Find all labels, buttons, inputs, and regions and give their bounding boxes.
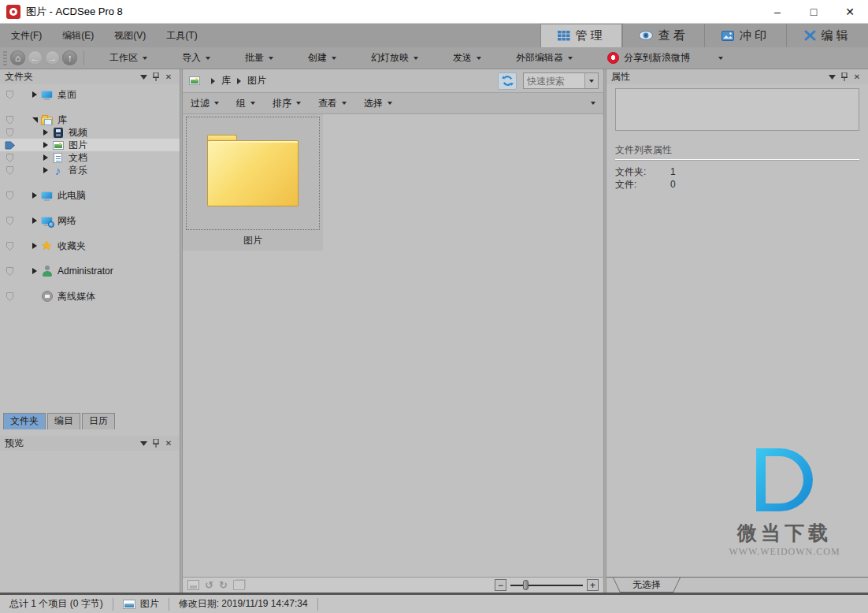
tab-print[interactable]: 冲印 xyxy=(704,24,786,47)
thumbnail-zoom-control: − + xyxy=(495,579,599,591)
expander-icon[interactable] xyxy=(29,91,40,98)
sort-menu-button[interactable]: 排序 xyxy=(273,97,301,110)
zoom-in-button[interactable]: + xyxy=(587,579,599,591)
close-button[interactable]: ✕ xyxy=(832,0,868,23)
send-menu-button[interactable]: 发送 xyxy=(436,51,499,65)
toolbar-grip[interactable] xyxy=(3,51,7,65)
refresh-button[interactable] xyxy=(498,72,517,90)
tree-item-documents[interactable]: 文档 xyxy=(0,151,180,164)
quick-select-icon[interactable] xyxy=(5,128,15,138)
chevron-down-icon xyxy=(477,57,481,60)
quick-search-box xyxy=(523,72,599,89)
group-menu-button[interactable]: 组 xyxy=(236,97,255,110)
expander-icon[interactable] xyxy=(29,117,40,123)
tree-item-administrator[interactable]: Administrator xyxy=(0,265,180,277)
panel-close-icon[interactable]: ✕ xyxy=(851,72,863,81)
home-button[interactable]: ⌂ xyxy=(10,50,25,65)
panel-menu-chevron-icon[interactable] xyxy=(137,75,150,80)
quick-select-icon[interactable] xyxy=(5,115,15,125)
rotate-left-icon[interactable]: ↺ xyxy=(205,580,213,590)
tree-item-music[interactable]: ♪ 音乐 xyxy=(0,164,180,176)
status-total: 总计 1 个项目 (0 字节) xyxy=(0,598,113,611)
panel-menu-chevron-icon[interactable] xyxy=(825,75,838,80)
toolbar-overflow-icon[interactable] xyxy=(718,57,723,60)
menu-file[interactable]: 文件(F) xyxy=(11,29,42,43)
zoom-out-button[interactable]: − xyxy=(495,579,506,591)
up-button[interactable]: ↑ xyxy=(62,50,77,65)
watermark-title: 微当下载 xyxy=(721,520,848,546)
rotate-right-icon[interactable]: ↻ xyxy=(219,580,228,590)
forward-button[interactable]: → xyxy=(45,50,60,65)
expander-icon[interactable] xyxy=(29,268,40,274)
breadcrumb-root-icon[interactable] xyxy=(187,75,201,87)
select-menu-button[interactable]: 选择 xyxy=(364,97,392,110)
compare-icon[interactable] xyxy=(233,580,245,590)
quick-select-selected-icon[interactable] xyxy=(5,140,15,150)
tree-item-favorites[interactable]: ★ 收藏夹 xyxy=(0,240,180,252)
expander-icon[interactable] xyxy=(40,142,51,148)
slideshow-menu-button[interactable]: 幻灯放映 xyxy=(354,51,436,65)
quick-select-icon[interactable] xyxy=(5,153,15,163)
workspace-menu-button[interactable]: 工作区 xyxy=(92,51,165,65)
filter-menu-button[interactable]: 过滤 xyxy=(191,97,219,110)
panel-close-icon[interactable]: ✕ xyxy=(162,72,175,81)
quick-select-icon[interactable] xyxy=(5,292,15,302)
external-editor-menu-button[interactable]: 外部编辑器 xyxy=(499,51,590,65)
back-button[interactable]: ← xyxy=(28,50,43,65)
tree-item-videos[interactable]: 视频 xyxy=(0,126,180,139)
tree-item-desktop[interactable]: 桌面 xyxy=(0,88,180,101)
import-menu-button[interactable]: 导入 xyxy=(165,51,228,65)
panel-menu-chevron-icon[interactable] xyxy=(137,441,150,446)
quick-select-icon[interactable] xyxy=(5,90,15,100)
quick-select-icon[interactable] xyxy=(5,241,15,251)
expander-icon[interactable] xyxy=(40,154,51,161)
panel-pin-icon[interactable] xyxy=(838,72,851,81)
search-input[interactable] xyxy=(524,73,584,88)
sidebar-tab-folders[interactable]: 文件夹 xyxy=(3,413,46,429)
tree-item-libraries[interactable]: 库 xyxy=(0,113,180,126)
library-folder-icon xyxy=(40,113,54,126)
quick-select-icon[interactable] xyxy=(5,216,15,226)
quick-select-icon[interactable] xyxy=(5,165,15,176)
panel-close-icon[interactable]: ✕ xyxy=(162,439,175,448)
sidebar-tab-calendar[interactable]: 日历 xyxy=(82,413,115,429)
tree-item-offline-media[interactable]: 离线媒体 xyxy=(0,290,180,303)
panel-pin-icon[interactable] xyxy=(150,439,162,448)
search-dropdown-button[interactable] xyxy=(584,73,598,88)
no-selection-tab[interactable]: 无选择 xyxy=(613,578,681,593)
zoom-slider-thumb[interactable] xyxy=(523,580,529,590)
breadcrumb-library[interactable]: 库 xyxy=(221,74,231,87)
share-weibo-button[interactable]: 分享到新浪微博 xyxy=(590,51,707,65)
breadcrumb-pictures[interactable]: 图片 xyxy=(247,74,266,87)
filter-overflow-icon[interactable] xyxy=(591,102,595,105)
panel-pin-icon[interactable] xyxy=(150,72,162,81)
tree-item-pictures[interactable]: 图片 xyxy=(0,139,180,151)
preview-toggle-icon[interactable] xyxy=(187,580,199,590)
expander-icon[interactable] xyxy=(29,243,40,249)
sidebar-tab-catalog[interactable]: 编目 xyxy=(47,413,80,429)
tab-edit[interactable]: 编辑 xyxy=(786,24,868,47)
expander-icon[interactable] xyxy=(40,167,51,173)
menu-edit[interactable]: 编辑(E) xyxy=(62,29,94,43)
view-menu-button[interactable]: 查看 xyxy=(318,97,347,110)
music-note-icon: ♪ xyxy=(51,164,65,176)
expander-icon[interactable] xyxy=(29,217,40,224)
folder-tile-pictures[interactable]: 图片 xyxy=(183,114,323,251)
expander-icon[interactable] xyxy=(29,192,40,199)
tab-manage[interactable]: 管理 xyxy=(540,24,622,47)
create-menu-button[interactable]: 创建 xyxy=(291,51,354,65)
menu-tools[interactable]: 工具(T) xyxy=(166,29,197,43)
minimize-button[interactable]: – xyxy=(759,0,796,23)
menu-view[interactable]: 视图(V) xyxy=(114,29,146,43)
tree-item-this-pc[interactable]: 此电脑 xyxy=(0,189,180,202)
zoom-slider-track[interactable] xyxy=(510,580,583,590)
folder-thumbnail xyxy=(186,117,320,230)
batch-menu-button[interactable]: 批量 xyxy=(228,51,291,65)
expander-icon[interactable] xyxy=(40,129,51,136)
quick-select-icon[interactable] xyxy=(5,266,15,277)
tab-view[interactable]: 查看 xyxy=(622,24,704,47)
tree-item-network[interactable]: 网络 xyxy=(0,214,180,227)
quick-select-icon[interactable] xyxy=(5,191,15,201)
star-icon: ★ xyxy=(40,240,54,252)
maximize-button[interactable]: □ xyxy=(796,0,832,23)
